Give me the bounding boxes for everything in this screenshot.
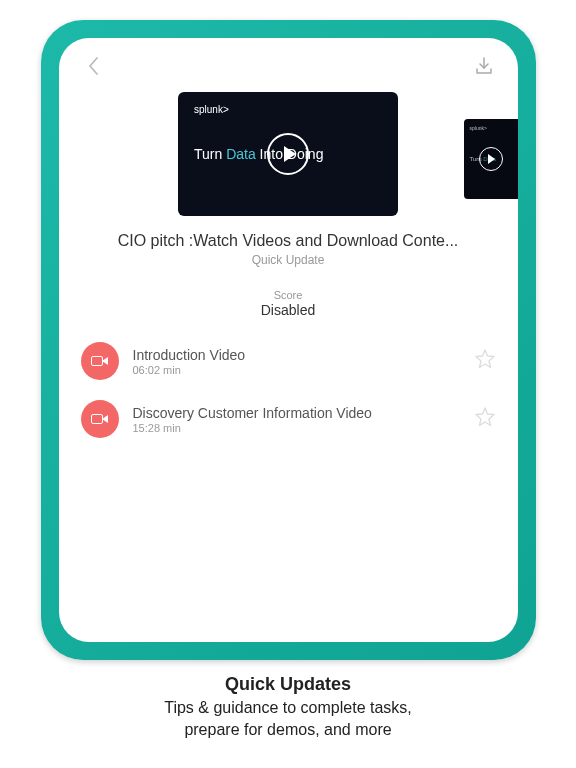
item-text: Discovery Customer Information Video 15:… bbox=[133, 405, 460, 434]
item-duration: 06:02 min bbox=[133, 364, 460, 376]
svg-marker-2 bbox=[476, 408, 494, 426]
caption-text: Tips & guidance to complete tasks, prepa… bbox=[164, 697, 412, 740]
caption-title: Quick Updates bbox=[164, 674, 412, 695]
play-icon[interactable] bbox=[479, 147, 503, 171]
item-text: Introduction Video 06:02 min bbox=[133, 347, 460, 376]
favorite-icon[interactable] bbox=[474, 348, 496, 374]
svg-marker-1 bbox=[476, 350, 494, 368]
hero-video-card[interactable]: splunk> Turn Data Into Doing bbox=[178, 92, 398, 216]
download-icon[interactable] bbox=[472, 54, 496, 78]
video-icon bbox=[81, 400, 119, 438]
item-title: Introduction Video bbox=[133, 347, 460, 363]
app-screen: splunk> Turn Data Into Doing splunk> Tur… bbox=[59, 38, 518, 642]
item-title: Discovery Customer Information Video bbox=[133, 405, 460, 421]
hero-carousel: splunk> Turn Data Into Doing splunk> Tur… bbox=[59, 86, 518, 232]
video-icon bbox=[81, 342, 119, 380]
play-icon[interactable] bbox=[267, 133, 309, 175]
marketing-caption: Quick Updates Tips & guidance to complet… bbox=[164, 674, 412, 740]
score-label: Score bbox=[59, 289, 518, 301]
content-subtitle: Quick Update bbox=[59, 253, 518, 267]
splunk-logo: splunk> bbox=[470, 125, 487, 131]
item-duration: 15:28 min bbox=[133, 422, 460, 434]
back-icon[interactable] bbox=[81, 54, 105, 78]
top-bar bbox=[59, 38, 518, 86]
content-title: CIO pitch :Watch Videos and Download Con… bbox=[59, 232, 518, 250]
splunk-logo: splunk> bbox=[194, 104, 229, 115]
score-value: Disabled bbox=[59, 302, 518, 318]
favorite-icon[interactable] bbox=[474, 406, 496, 432]
device-frame: splunk> Turn Data Into Doing splunk> Tur… bbox=[41, 20, 536, 660]
next-video-card[interactable]: splunk> Turn Data bbox=[464, 119, 518, 199]
list-item[interactable]: Introduction Video 06:02 min bbox=[59, 332, 518, 390]
list-item[interactable]: Discovery Customer Information Video 15:… bbox=[59, 390, 518, 448]
